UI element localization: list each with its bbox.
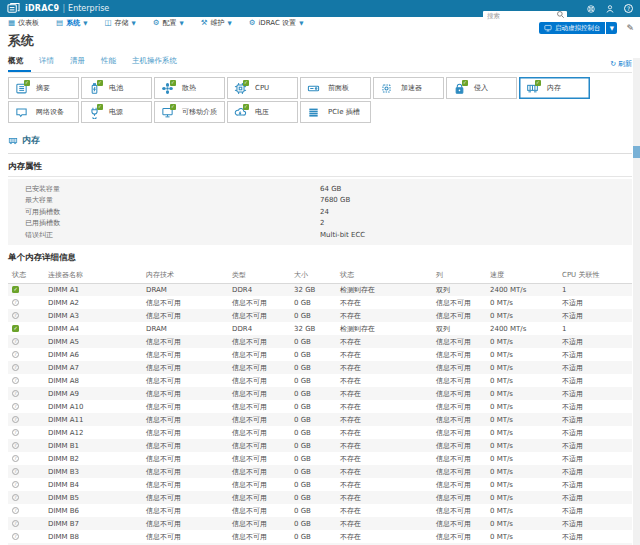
chevron-down-icon: ▼ [132, 20, 136, 26]
support-icon[interactable] [586, 4, 596, 14]
table-cell: DIMM A4 [44, 322, 142, 335]
table-cell: DRAM [142, 283, 228, 296]
table-cell: DDR4 [228, 283, 290, 296]
table-cell: DIMM A10 [44, 400, 142, 413]
tab-概览[interactable]: 概览 [8, 53, 31, 72]
table-row: ?DIMM A12信息不可用信息不可用0 GB不存在信息不可用0 MT/s不适用 [8, 426, 632, 439]
table-cell: 不适用 [558, 478, 632, 491]
table-cell: 双列 [432, 322, 486, 335]
attribute-value: 7680 GB [320, 196, 350, 204]
tile-battery[interactable]: ✓电池 [81, 77, 152, 99]
edit-pencil-icon[interactable]: ✎ [626, 23, 634, 33]
nav-item-storage[interactable]: ◫存储▼ [104, 18, 135, 28]
table-cell: 不适用 [558, 491, 632, 504]
tab-性能[interactable]: 性能 [93, 53, 124, 72]
search-box[interactable] [483, 3, 567, 14]
virtual-console-icon [544, 24, 552, 32]
table-cell: 信息不可用 [432, 361, 486, 374]
nav-item-configuration[interactable]: ⚙配置▼ [153, 18, 184, 28]
console-dropdown-button[interactable]: ▼ [606, 22, 617, 34]
table-cell: 信息不可用 [142, 309, 228, 322]
tile-memory[interactable]: ✓内存 [519, 77, 590, 99]
table-cell: 不适用 [558, 374, 632, 387]
unknown-status-icon: ? [12, 377, 19, 384]
table-cell: 0 GB [290, 504, 336, 517]
search-icon[interactable] [556, 4, 565, 23]
refresh-label: 刷新 [618, 59, 632, 69]
chevron-down-icon: ▼ [610, 25, 614, 31]
table-cell: 0 GB [290, 413, 336, 426]
brand-separator: | [62, 4, 65, 13]
tile-label: 散热 [182, 83, 196, 93]
tile-summary[interactable]: ✓摘要 [8, 77, 79, 99]
memory-details-table: 状态连接器名称内存技术类型大小状态列速度CPU 关联性 ✓DIMM A1DRAM… [8, 267, 632, 545]
table-cell: 信息不可用 [228, 309, 290, 322]
unknown-status-icon: ? [12, 403, 19, 410]
nav-item-idrac-settings[interactable]: ⚙iDRAC 设置▼ [249, 18, 304, 28]
table-row: ?DIMM B3信息不可用信息不可用0 GB不存在信息不可用0 MT/s不适用 [8, 465, 632, 478]
tile-removable-media[interactable]: ✓可移动介质 [154, 101, 225, 123]
tile-front-panel[interactable]: 前面板 [300, 77, 371, 99]
launch-virtual-console-button[interactable]: 启动虚拟控制台 [539, 22, 606, 34]
attribute-label: 可用插槽数 [25, 207, 320, 217]
table-cell: 0 GB [290, 426, 336, 439]
idrac-logo-icon[interactable] [7, 2, 20, 15]
tile-power[interactable]: ✓电源 [81, 101, 152, 123]
tab-清册[interactable]: 清册 [62, 53, 93, 72]
table-cell: 不存在 [336, 309, 432, 322]
table-cell: 信息不可用 [432, 413, 486, 426]
scrollbar-thumb[interactable] [633, 146, 640, 158]
table-cell: 信息不可用 [228, 426, 290, 439]
table-cell: 信息不可用 [228, 296, 290, 309]
table-cell: 检测到存在 [336, 322, 432, 335]
nav-item-system[interactable]: ▤系统▼ [56, 18, 87, 28]
ok-badge-icon: ✓ [97, 80, 103, 86]
user-icon[interactable] [605, 4, 615, 14]
tile-network-devices[interactable]: 网络设备 [8, 101, 79, 123]
tab-详情[interactable]: 详情 [31, 53, 62, 72]
table-cell: 0 MT/s [486, 517, 558, 530]
table-cell: 信息不可用 [228, 361, 290, 374]
table-cell: 0 MT/s [486, 491, 558, 504]
table-cell: 不存在 [336, 361, 432, 374]
table-cell: 0 GB [290, 452, 336, 465]
table-row: ✓DIMM A4DRAMDDR432 GB检测到存在双列2400 MT/s1 [8, 322, 632, 335]
table-cell: 不存在 [336, 348, 432, 361]
tile-accelerator[interactable]: 加速器 [373, 77, 444, 99]
table-cell: 信息不可用 [142, 413, 228, 426]
table-cell: 信息不可用 [432, 530, 486, 543]
table-cell: 信息不可用 [142, 504, 228, 517]
unknown-status-icon: ? [12, 312, 19, 319]
table-cell: DRAM [142, 322, 228, 335]
refresh-button[interactable]: ↻ 刷新 [610, 59, 632, 72]
nav-item-dashboard[interactable]: ▦仪表板 [8, 18, 39, 28]
tile-pcie-slots[interactable]: PCIe 插槽 [300, 101, 371, 123]
table-cell: 信息不可用 [228, 491, 290, 504]
tile-cpu[interactable]: ✓CPU [227, 77, 298, 99]
table-cell: 信息不可用 [228, 413, 290, 426]
table-cell: 信息不可用 [432, 309, 486, 322]
search-input[interactable] [483, 11, 567, 22]
tile-cooling[interactable]: ✓散热 [154, 77, 225, 99]
table-row: ?DIMM A10信息不可用信息不可用0 GB不存在信息不可用0 MT/s不适用 [8, 400, 632, 413]
tab-主机操作系统[interactable]: 主机操作系统 [124, 53, 185, 72]
table-cell: DIMM B8 [44, 530, 142, 543]
table-cell: 不存在 [336, 504, 432, 517]
ok-badge-icon: ✓ [170, 80, 176, 86]
table-cell: DIMM A12 [44, 426, 142, 439]
tile-intrusion[interactable]: ✓侵入 [446, 77, 517, 99]
table-cell: 不存在 [336, 400, 432, 413]
table-cell: 0 GB [290, 465, 336, 478]
tile-label: 加速器 [401, 83, 422, 93]
memory-details-title: 单个内存详细信息 [8, 252, 632, 264]
table-cell: 不适用 [558, 335, 632, 348]
nav-item-maintenance[interactable]: ⚒维护▼ [201, 18, 232, 28]
help-icon[interactable]: ? [624, 4, 633, 13]
tile-voltage[interactable]: ✓电压 [227, 101, 298, 123]
table-cell: DIMM B7 [44, 517, 142, 530]
table-cell: 不存在 [336, 374, 432, 387]
scrollbar-track[interactable] [633, 58, 640, 545]
attribute-label: 已用插槽数 [25, 218, 320, 228]
column-header: 列 [432, 267, 486, 284]
column-header: 类型 [228, 267, 290, 284]
